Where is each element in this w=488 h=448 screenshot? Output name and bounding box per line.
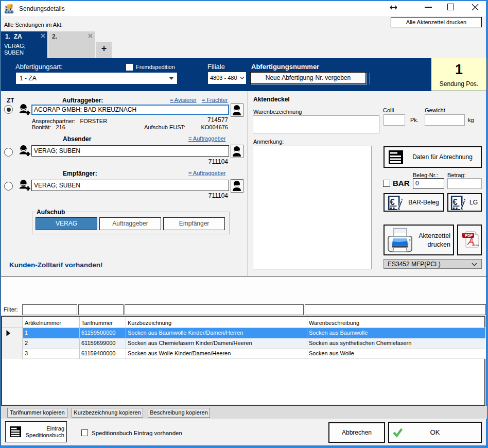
svg-text:€: € [452, 197, 458, 207]
svg-text:€: € [390, 197, 395, 207]
svg-text:Adobe: Adobe [472, 244, 479, 247]
svg-text:PDF: PDF [465, 233, 473, 238]
